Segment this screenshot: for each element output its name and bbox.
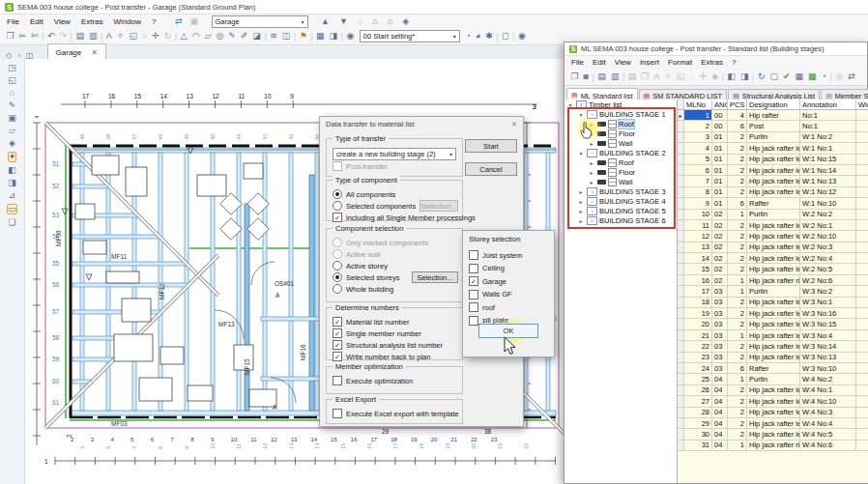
table-row[interactable]: 25041PurlinW:4 No:2 (678, 374, 868, 384)
tree-expander-icon[interactable]: ▾ (566, 101, 574, 108)
tab-garage[interactable]: Garage ✕ (47, 43, 106, 60)
grid-icon[interactable]: ▦ (314, 32, 328, 41)
gear-icon[interactable]: ✱ (483, 32, 496, 41)
tree-expander-icon[interactable]: ▸ (577, 217, 585, 224)
tree-item-building-stage-4[interactable]: ▸›BUILDING STAGE 4 (564, 196, 677, 206)
spark-icon[interactable]: ✧ (114, 32, 127, 41)
table-row[interactable]: 14022Hip jack rafter leftW:2 No:4 (678, 253, 868, 264)
layers-icon[interactable]: ≋ (268, 32, 280, 41)
table-row[interactable]: 8012Hip jack rafter leftW:1 No:12 (678, 187, 868, 198)
checkbox-box[interactable]: ✓ (333, 352, 342, 361)
side-tool-icon[interactable]: ▭ (7, 204, 17, 214)
radio-box[interactable] (333, 272, 342, 282)
table-row[interactable]: 18032Hip jack rafter leftW:3 No:1 (678, 298, 868, 308)
close-icon[interactable]: ✕ (91, 48, 98, 57)
menu-view[interactable]: View (615, 58, 631, 67)
tree-item-floor[interactable]: ▸Floor (564, 167, 677, 177)
menu-view[interactable]: View (54, 17, 71, 26)
side-tool-icon[interactable]: ◧ (8, 166, 16, 175)
open-icon[interactable]: ❐ (4, 32, 16, 41)
menu-edit[interactable]: Edit (593, 58, 606, 67)
radio-box[interactable] (333, 201, 342, 211)
stamp-icon[interactable]: ◪ (250, 32, 264, 41)
zoom-icon[interactable]: ◌ (139, 32, 149, 41)
checkbox-box[interactable] (469, 290, 478, 299)
side-tool-icon[interactable]: ▱ (9, 127, 15, 135)
column-header-ano[interactable]: ANO (712, 100, 728, 109)
transfer-type-combobox[interactable]: create a new building stage (2)▾ (333, 148, 456, 160)
menu-edit[interactable]: Edit (30, 17, 43, 26)
radio-box[interactable] (333, 249, 342, 259)
tree-item-building-stage-2[interactable]: ▾›BUILDING STAGE 2 (564, 148, 677, 157)
package-icon[interactable]: ◕ (473, 32, 482, 41)
checkbox-box[interactable] (469, 302, 478, 312)
cut-icon[interactable]: ✂ (16, 32, 29, 41)
table-row[interactable]: 23032Hip jack rafter leftW:3 No:13 (678, 353, 868, 363)
table-icon[interactable]: ▦ (793, 72, 806, 81)
setting-link-icon[interactable]: ◉ (344, 32, 357, 41)
column-header-mlno[interactable]: MLNo (684, 100, 712, 109)
preview-icon[interactable]: ▥ (608, 72, 622, 81)
chart-icon[interactable]: ◔ (819, 72, 828, 81)
table-row[interactable]: 16021Hip jack rafter righW:2 No:6 (678, 275, 868, 286)
table-row[interactable]: 24036RafterW:3 No:10 (678, 363, 868, 374)
storey-view-icon[interactable]: ◫ (279, 32, 293, 41)
checkbox-box[interactable]: ✓ (333, 213, 342, 222)
storey-combobox[interactable]: Garage ▾ (212, 15, 308, 28)
table-row[interactable]: 9016RafterW:1 No:10 (678, 198, 868, 209)
polygon-icon[interactable]: ▱ (202, 32, 214, 41)
side-tool-icon[interactable]: ◱ (8, 76, 16, 85)
flag-icon[interactable]: ⚑ (297, 32, 309, 41)
side-tool-icon[interactable]: ▣ (8, 114, 16, 123)
zoom-page-icon[interactable]: ◱ (127, 32, 140, 41)
cancel-button[interactable]: Cancel (465, 162, 517, 176)
checkbox-box[interactable] (333, 161, 342, 171)
selection-button[interactable]: Selection... (412, 271, 458, 283)
table-row[interactable]: 5012Hip jack rafter leftW:1 No:15 (678, 155, 868, 165)
menu-file[interactable]: File (7, 17, 19, 26)
link-icon[interactable]: ◈ (709, 72, 721, 81)
table-row[interactable]: 21031Hip jack rafter leftW:3 No:4 (678, 330, 868, 341)
tree-expander-icon[interactable]: ▸ (577, 188, 585, 195)
table-row[interactable]: ▸1004Hip rafterNo:1 (678, 110, 868, 121)
side-tool-icon[interactable]: ◨ (8, 179, 16, 187)
menu-file[interactable]: File (571, 58, 584, 67)
side-tool-icon[interactable]: ⌂ (10, 89, 14, 98)
undo-icon[interactable]: ↶ (45, 32, 58, 41)
side-tool-icon[interactable]: ⊿ (9, 191, 16, 200)
clip-icon[interactable]: ◨ (738, 72, 752, 81)
binoculars-icon[interactable]: ◉ (515, 32, 528, 41)
table-row[interactable]: 27042Hip jack rafter leftW:4 No:10 (678, 396, 868, 407)
storey-checkbox-row[interactable]: roof (469, 301, 548, 313)
tree-item-timber-list[interactable]: ▾≡Timber list (564, 100, 677, 109)
checkbox-box[interactable] (469, 250, 478, 260)
table-row[interactable]: 13022Hip jack rafter leftW:2 No:3 (678, 242, 868, 253)
note-icon[interactable]: ◻ (500, 32, 511, 41)
save-icon[interactable]: ◙ (581, 72, 591, 81)
menu-extras[interactable]: Extras (701, 58, 723, 67)
person-icon[interactable]: ◔ (463, 32, 473, 41)
view-mode-icon[interactable]: ▣ (188, 17, 201, 26)
checkbox-box[interactable]: ✓ (333, 328, 342, 338)
tree-expander-icon[interactable]: ▸ (588, 179, 595, 185)
excel-icon[interactable]: ▩ (806, 72, 820, 81)
pan-icon[interactable]: ✛ (697, 72, 709, 81)
tree-expander-icon[interactable]: ▸ (577, 208, 585, 214)
check-icon[interactable]: ✔ (781, 72, 794, 81)
table-row[interactable]: 17031PurlinW:3 No:2 (678, 286, 868, 297)
house-gray-icon[interactable]: ⌂ (355, 17, 364, 26)
table-row[interactable]: 31041Hip jack rafter righW:4 No:6 (678, 441, 868, 451)
tree-item-roof[interactable]: ▸Roof (564, 157, 677, 167)
menu-insert[interactable]: Insert (640, 58, 659, 67)
spark-icon[interactable]: ✧ (662, 72, 675, 81)
print2-icon[interactable]: ▤ (625, 72, 639, 81)
column-header-pcs[interactable]: PCS (728, 100, 747, 109)
swap-icon[interactable]: ⇄ (846, 72, 858, 81)
tree-expander-icon[interactable]: ▾ (577, 150, 585, 157)
tree-expander-icon[interactable]: ▾ (577, 111, 585, 118)
panel-icon[interactable]: ◨ (327, 32, 340, 41)
checkbox-box[interactable] (333, 376, 342, 385)
checkbox-box[interactable] (333, 409, 342, 418)
table-row[interactable]: 26042Hip jack rafter leftW:4 No:1 (678, 385, 868, 396)
house-2-icon[interactable]: ⌂ (385, 17, 394, 26)
